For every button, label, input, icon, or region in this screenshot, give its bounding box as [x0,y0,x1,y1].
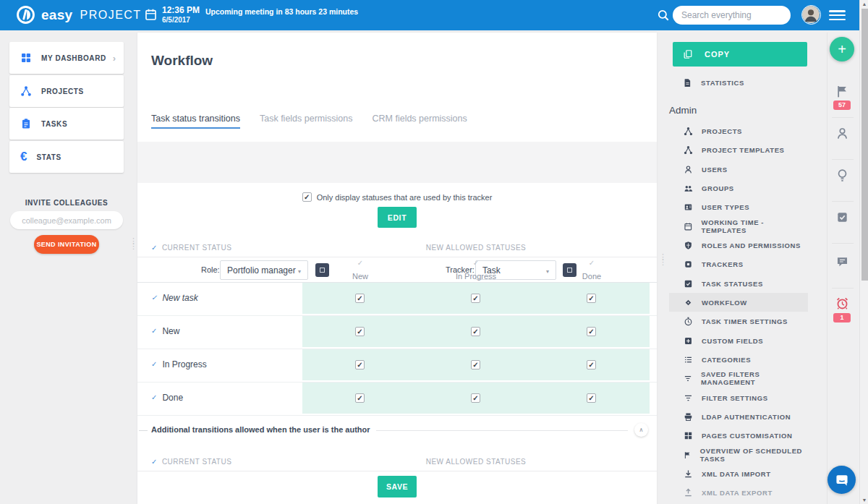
filter-icon [684,374,692,383]
search-icon[interactable] [657,9,670,22]
transition-checkbox[interactable] [355,393,365,403]
invite-colleagues-title: INVITE COLLEAGUES [0,199,133,207]
save-button[interactable]: SAVE [378,476,417,497]
transition-checkbox[interactable] [587,360,596,370]
admin-item-user-types[interactable]: USER TYPES [669,197,808,216]
transition-checkbox[interactable] [471,294,480,303]
admin-item-workflow[interactable]: WORKFLOW [669,293,808,312]
calendar-icon[interactable] [144,8,158,22]
admin-item-label: FILTER SETTINGS [702,394,768,402]
statistics-item[interactable]: STATISTICS [683,78,744,87]
drag-handle-icon[interactable] [659,255,667,264]
scrollbar-thumb[interactable] [861,9,868,281]
admin-item-label: TRACKERS [702,260,744,268]
cube-icon [684,260,693,269]
scrollbar-down-arrow[interactable]: ▼ [860,496,868,504]
table-row: In Progress [137,349,657,383]
admin-item-xml-data-export[interactable]: XML DATA EXPORT [669,483,808,502]
invite-email-input[interactable] [10,211,123,229]
drag-handle-icon[interactable] [129,239,137,248]
admin-item-projects[interactable]: PROJECTS [669,121,808,140]
selector-band: Role: Portfolio manager Tracker: Task [137,142,657,183]
person-icon[interactable] [835,127,849,140]
lightbulb-icon[interactable] [835,168,849,182]
admin-item-task-timer-settings[interactable]: TASK TIMER SETTINGS [669,312,808,330]
add-new-button[interactable]: + [830,37,854,61]
clock-widget[interactable]: 12:36 PM 6/5/2017 [162,5,200,25]
admin-item-task-statuses[interactable]: TASK STATUSES [669,274,808,293]
sidebar-item-my-dashboard[interactable]: MY DASHBOARD › [9,42,124,74]
transition-checkbox[interactable] [355,327,365,336]
check-icon[interactable] [534,260,650,267]
collapse-chevron-up-icon[interactable] [634,423,648,437]
admin-item-ldap-authentication[interactable]: LDAP AUTHENTICATION [669,407,808,426]
transition-checkbox[interactable] [471,327,480,336]
live-chat-button[interactable] [827,466,856,494]
admin-item-filter-settings[interactable]: FILTER SETTINGS [669,388,808,407]
transition-checkbox[interactable] [471,360,480,370]
current-status-header: CURRENT STATUS [162,244,231,252]
transition-checkbox[interactable] [587,327,596,336]
table-header: CURRENT STATUS NEW ALLOWED STATUSES [137,242,657,257]
tasks-clipboard-icon [20,118,32,129]
column-header-row: New In Progress Done [137,258,657,283]
edit-button[interactable]: EDIT [378,207,417,228]
transition-checkbox[interactable] [355,294,365,303]
page-scrollbar[interactable]: ▲ ▼ [859,0,868,504]
app-logo[interactable]: easyPROJECT [16,5,142,25]
flag-badge: 57 [833,101,851,110]
comment-icon[interactable] [835,255,849,268]
row-label: In Progress [162,359,206,370]
scrollbar-up-arrow[interactable]: ▲ [860,0,868,8]
flag-notifications-icon[interactable] [835,85,849,98]
sidebar-item-projects[interactable]: PROJECTS [9,75,124,107]
transition-checkbox[interactable] [355,360,365,370]
upcoming-meeting-text[interactable]: Upcoming meeting in 83 hours 23 minutes [205,7,358,16]
projects-network-icon [684,127,693,136]
stopwatch-icon [684,317,693,326]
send-invitation-button[interactable]: SEND INVITATION [34,235,99,254]
sidebar-item-stats[interactable]: € STATS [9,141,124,173]
admin-item-working-time-templates[interactable]: WORKING TIME - TEMPLATES [669,217,808,236]
euro-icon: € [20,150,27,164]
check-icon [151,244,158,252]
tab-task-fields-permissions[interactable]: Task fields permissions [260,114,353,129]
alarm-clock-icon[interactable] [835,296,849,310]
admin-item-users[interactable]: USERS [669,160,808,179]
check-icon[interactable] [302,260,418,267]
column-label: New [352,272,368,281]
tab-crm-fields-permissions[interactable]: CRM fields permissions [372,114,467,129]
check-icon[interactable] [418,260,534,267]
admin-item-xml-data-import[interactable]: XML DATA IMPORT [669,464,808,483]
only-used-statuses-checkbox[interactable] [302,192,312,202]
admin-item-label: WORKING TIME - TEMPLATES [702,218,808,234]
check-icon [151,294,157,302]
tab-task-status-transitions[interactable]: Task status transitions [151,114,240,129]
copy-button[interactable]: COPY [673,42,807,67]
hamburger-menu-icon[interactable] [829,10,846,22]
logo-text-project: PROJECT [80,9,141,22]
admin-item-categories[interactable]: CATEGORIES [669,350,808,369]
project-templates-icon [684,145,693,155]
column-label: In Progress [456,272,496,281]
transition-checkbox[interactable] [587,393,596,403]
sidebar-item-tasks[interactable]: TASKS [9,108,124,140]
admin-item-pages-customisation[interactable]: PAGES CUSTOMISATION [669,426,808,445]
admin-item-saved-filters-management[interactable]: SAVED FILTERS MANAGEMENT [669,369,808,388]
server-icon [684,412,693,422]
admin-item-overview-of-scheduled-tasks[interactable]: OVERVIEW OF SCHEDULED TASKS [669,445,808,464]
global-search[interactable] [673,6,791,25]
user-avatar[interactable] [801,5,821,25]
admin-item-trackers[interactable]: TRACKERS [669,255,808,273]
sidebar-item-label: STATS [36,153,61,161]
admin-item-roles-and-permissions[interactable]: ROLES AND PERMISSIONS [669,236,808,255]
column-in-progress: In Progress [418,260,534,282]
search-input[interactable] [681,10,782,20]
transition-checkbox[interactable] [471,393,480,403]
admin-item-project-templates[interactable]: PROJECT TEMPLATES [669,140,808,159]
admin-item-custom-fields[interactable]: CUSTOM FIELDS [669,331,808,350]
statistics-doc-icon [683,78,692,87]
transition-checkbox[interactable] [587,294,596,303]
clipboard-check-icon[interactable] [835,210,849,224]
admin-item-groups[interactable]: GROUPS [669,179,808,197]
